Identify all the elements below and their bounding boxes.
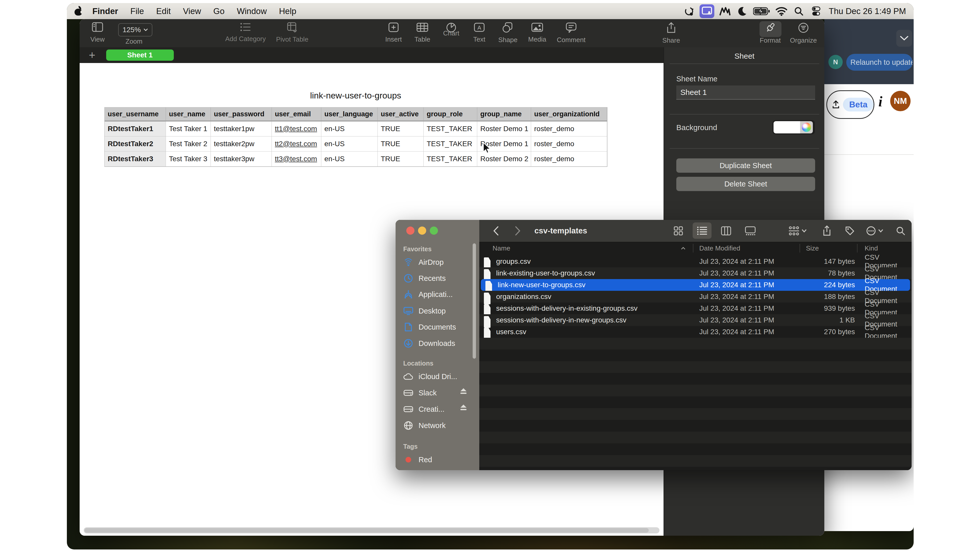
sheet-name-input[interactable] [676,86,815,100]
cell-email-link[interactable]: tt2@test.com [272,137,321,151]
group-by-icon[interactable] [783,220,811,242]
table-title[interactable]: link-new-user-to-groups [104,91,607,100]
sidebar-item-slack-volume[interactable]: Slack [403,386,437,400]
cell[interactable]: roster_demo [531,151,607,167]
sidebar-item-creative-volume[interactable]: Creati... [403,402,445,416]
cell[interactable]: testtaker3pw [211,151,272,167]
zoom-window-button[interactable] [430,227,438,235]
tag-icon[interactable] [841,220,859,242]
close-button[interactable] [406,227,414,235]
cell[interactable]: TEST_TAKER [424,151,477,167]
cell[interactable]: TEST_TAKER [424,137,477,151]
column-header-name[interactable]: Name [493,242,510,254]
column-view-icon[interactable] [717,220,735,242]
file-row-selected[interactable]: link-new-user-to-groups.csv Jul 23, 2024… [481,279,910,291]
column-header[interactable]: group_role [424,107,477,121]
avatar-n[interactable]: N [829,55,843,69]
cell[interactable]: en-US [321,137,378,151]
sheet-tab[interactable]: Sheet 1 [106,49,174,61]
eject-icon[interactable] [459,403,468,411]
cell[interactable]: Roster Demo 1 [477,121,531,137]
cell[interactable]: roster_demo [531,137,607,151]
file-row[interactable]: sessions-with-delivery-in-new-groups.csv… [479,314,912,326]
sidebar-item-recents[interactable]: Recents [403,271,445,286]
share-button[interactable]: Share [649,22,693,44]
sidebar-item-downloads[interactable]: Downloads [403,336,455,351]
relaunch-to-update-button[interactable]: Relaunch to update [846,54,913,71]
column-header-date[interactable]: Date Modified [699,242,740,254]
file-row[interactable]: sessions-with-delivery-in-existing-group… [479,303,912,314]
organize-button[interactable]: Organize [782,22,824,44]
cell[interactable]: RDtestTaker2 [105,137,166,151]
cell[interactable]: TRUE [378,137,424,151]
file-row[interactable]: link-existing-user-to-groups.csv Jul 23,… [479,267,912,279]
menu-window[interactable]: Window [231,6,273,16]
column-header-kind[interactable]: Kind [865,242,878,254]
gallery-view-icon[interactable] [741,220,759,242]
sync-status-icon[interactable] [682,5,696,17]
comment-button[interactable]: Comment [549,22,593,44]
menu-go[interactable]: Go [207,6,231,16]
column-header[interactable]: user_email [272,107,321,121]
column-header[interactable]: user_name [166,107,211,121]
cell[interactable]: roster_demo [531,121,607,137]
cell-email-link[interactable]: tt1@test.com [272,121,321,137]
search-icon[interactable] [892,220,910,242]
wifi-icon[interactable] [775,5,788,17]
upload-beta-pill[interactable]: Beta [826,90,874,119]
menu-view[interactable]: View [177,6,207,16]
forward-button[interactable] [509,220,527,242]
sidebar-item-applications[interactable]: Applicati... [403,287,453,302]
cell[interactable]: RDtestTaker1 [105,121,166,137]
file-row[interactable]: groups.csv Jul 23, 2024 at 2:11 PM 147 b… [479,256,912,267]
more-options-icon[interactable] [861,220,888,242]
screen-mirroring-icon[interactable] [700,4,714,18]
zoom-level-dropdown[interactable]: 125% [118,23,152,37]
cell[interactable]: TRUE [378,121,424,137]
apple-menu-icon[interactable] [75,6,82,16]
peaks-status-icon[interactable] [718,5,732,17]
cell[interactable]: Test Taker 2 [166,137,211,151]
control-center-icon[interactable] [809,5,823,17]
browser-dropdown-button[interactable] [896,30,912,47]
file-row[interactable]: users.csv Jul 23, 2024 at 2:11 PM 270 by… [479,326,912,338]
add-category-button[interactable]: Add Category [224,22,267,43]
column-header[interactable]: user_organizationId [531,107,607,121]
sidebar-item-desktop[interactable]: Desktop [403,304,445,318]
background-color-well[interactable] [773,120,815,135]
horizontal-scrollbar[interactable] [84,527,659,534]
menu-bar-clock[interactable]: Thu Dec 26 1:49 PM [827,6,906,16]
list-view-icon[interactable] [693,220,711,242]
avatar-nm[interactable]: NM [890,91,911,111]
grid-view-icon[interactable] [670,220,687,242]
cell[interactable]: RDtestTaker3 [105,151,166,167]
minimize-button[interactable] [418,227,426,235]
column-header[interactable]: user_language [321,107,378,121]
cell[interactable]: en-US [321,121,378,137]
cell-email-link[interactable]: tt3@test.com [272,151,321,167]
cell[interactable]: testtaker1pw [211,121,272,137]
cell[interactable]: Test Taker 1 [166,121,211,137]
sidebar-item-tag-red[interactable]: Red [403,453,432,467]
view-button[interactable]: View [80,22,119,43]
duplicate-sheet-button[interactable]: Duplicate Sheet [676,159,815,173]
column-header[interactable]: group_name [477,107,531,121]
sidebar-item-airdrop[interactable]: AirDrop [403,255,444,269]
sidebar-scrollbar[interactable] [473,243,476,359]
file-row[interactable]: organizations.csv Jul 23, 2024 at 2:11 P… [479,291,912,303]
menu-edit[interactable]: Edit [150,6,177,16]
share-icon[interactable] [818,220,836,242]
sidebar-item-network[interactable]: Network [403,418,445,433]
column-header-size[interactable]: Size [806,242,819,254]
sidebar-item-icloud[interactable]: iCloud Dri... [403,369,457,384]
menu-help[interactable]: Help [273,6,302,16]
cell[interactable]: TRUE [378,151,424,167]
sidebar-item-documents[interactable]: Documents [403,320,456,334]
eject-icon[interactable] [459,387,468,395]
cell[interactable]: TEST_TAKER [424,121,477,137]
cell[interactable]: en-US [321,151,378,167]
spotlight-search-icon[interactable] [792,5,806,17]
menu-finder[interactable]: Finder [86,6,124,16]
cell[interactable]: Test Taker 3 [166,151,211,167]
cell[interactable]: testtaker2pw [211,137,272,151]
